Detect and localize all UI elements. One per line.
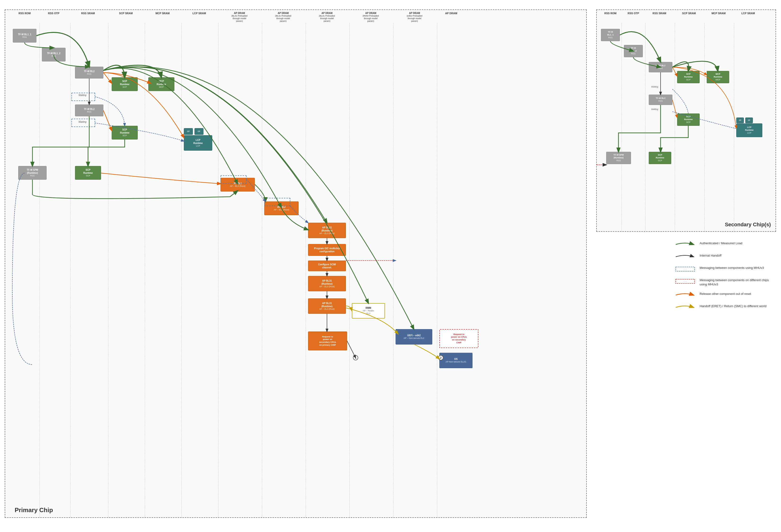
sec-box-lcp-runtime: LCPRuntime LCP xyxy=(736,123,762,137)
col-sep-10 xyxy=(393,23,394,517)
col-sep-11 xyxy=(437,23,437,517)
box-ap-bl31-2: AP BL31(Runtime) AP – EL3 (Root) xyxy=(308,276,346,291)
sec-box-cp-2: CP xyxy=(745,118,753,123)
box-tfm-bl1-1: TF-M BL1_1 RSS xyxy=(13,29,36,43)
col-header-rss-rom: RSS ROM xyxy=(13,12,36,15)
secondary-chip-label: Secondary Chip(s) xyxy=(725,222,771,228)
sec-col-scp-sram: SCP SRAM xyxy=(677,12,701,15)
sec-col-rss-otp: RSS OTP xyxy=(624,12,643,15)
primary-chip-label: Primary Chip xyxy=(15,506,53,514)
col-header-rss-sram: RSS SRAM xyxy=(73,12,104,15)
legend-text-yellow: Handoff (ERET) / Return (SMC) to differe… xyxy=(700,304,767,308)
col-sep-4 xyxy=(145,23,145,517)
box-tfm-bl2-1: TF-M BL2 RSS xyxy=(75,67,104,79)
box-os: OS AP-Non-secure EL2/1 xyxy=(439,353,472,368)
secondary-chip: Secondary Chip(s) RSS ROM RSS OTP RSS SR… xyxy=(596,9,776,232)
dots-box-4 xyxy=(264,198,290,206)
legend-item-yellow: Handoff (ERET) / Return (SMC) to differe… xyxy=(674,304,774,311)
box-ap-bl31-1: AP BL31(Runtime) AP – EL3 (Root) xyxy=(308,223,346,238)
box-program-gic: Program GIC multichipconfiguration xyxy=(308,244,346,256)
legend-symbol-orange xyxy=(674,292,696,299)
legend-item-red: · · · Messaging between components on di… xyxy=(674,278,774,286)
col-sep-6 xyxy=(218,23,218,517)
box-request-power-secondary: Request topower on CPUson secondaryCHIP xyxy=(439,329,479,348)
primary-arrows-svg xyxy=(5,10,586,517)
sec-col-sep-1 xyxy=(621,23,622,231)
col-header-scp-sram: SCP SRAM xyxy=(111,12,141,15)
box-mcp-runtime: MCPRuntime MCP xyxy=(148,77,174,91)
box-uefi-edk2: UEFI – edk2 AP – Non-secure EL2 xyxy=(396,329,432,345)
legend-item-green: Authenticated / Measured Load xyxy=(674,241,774,248)
box-request-power-primary: Request topower onsecondary CPUson prima… xyxy=(308,331,347,350)
box-configure-scmi: Configure SCMIchannel. xyxy=(308,261,346,271)
sec-col-lcp-sram: LCP SRAM xyxy=(736,12,760,15)
sec-col-sep-2 xyxy=(645,23,646,231)
col-header-ap-dram-1: AP DRAM(BL31 Preloadedthrough modelparam… xyxy=(220,12,258,22)
sec-box-scp-runtime-3: SCPRuntime SCP xyxy=(649,152,671,164)
col-sep-2 xyxy=(70,23,71,517)
sec-box-tfm-bl2-1: TF-M BL2 RSS xyxy=(649,62,672,72)
box-cp-1: CP xyxy=(184,128,193,135)
sec-col-rss-sram: RSS SRAM xyxy=(648,12,671,15)
col-header-ap-dram-3: AP DRAM(BL31 Preloadedthrough modelparam… xyxy=(308,12,346,22)
circle-1: 1 xyxy=(353,355,358,360)
sec-box-cp-1: CP xyxy=(736,118,744,123)
legend-symbol-red: · · · xyxy=(674,278,696,285)
legend-text-orange: Release other component out of reset xyxy=(700,292,751,296)
box-rmm: RMM AP – RealmEL2 xyxy=(352,303,385,318)
box-scp-runtime-3: SCPRuntime SCP xyxy=(75,166,101,180)
col-header-mcp-sram: MCP SRAM xyxy=(147,12,178,15)
sec-box-mcp-runtime: MCPRuntime MCP xyxy=(707,71,729,83)
sec-col-rss-rom: RSS ROM xyxy=(601,12,620,15)
box-cp-2: CP xyxy=(195,128,203,135)
legend-symbol-green xyxy=(674,241,696,248)
sec-waiting-label-1: Waiting xyxy=(651,86,658,88)
legend-item-black: Internal Handoff xyxy=(674,254,774,261)
svg-text:· · ·: · · · xyxy=(684,280,687,283)
sec-col-mcp-sram: MCP SRAM xyxy=(707,12,730,15)
col-header-ap-dram-last: AP DRAM xyxy=(439,12,463,15)
legend-text-black: Internal Handoff xyxy=(700,254,722,258)
legend: Authenticated / Measured Load Internal H… xyxy=(674,241,774,316)
legend-symbol-black xyxy=(674,254,696,261)
box-lcp-runtime: LCPRuntime LCP xyxy=(184,135,212,150)
box-tfm-bl1-2: TF-M BL1_2 RSS xyxy=(42,48,66,61)
sec-box-tfm-bl1-2: TF-MBL1_2 RSS xyxy=(624,45,643,57)
col-sep-5 xyxy=(181,23,182,517)
legend-text-red: Messaging between components on differen… xyxy=(700,278,774,286)
svg-text:· · ·: · · · xyxy=(684,268,687,270)
legend-item-blue: · · · Messaging between components using… xyxy=(674,266,774,273)
col-sep-9 xyxy=(350,23,350,517)
box-scp-runtime-2: SCPRuntime SCP xyxy=(112,126,138,139)
dots-box-1 xyxy=(72,93,95,101)
primary-chip: RSS ROM RSS OTP RSS SRAM SCP SRAM MCP SR… xyxy=(5,9,587,518)
col-header-rss-otp: RSS OTP xyxy=(42,12,66,15)
main-layout: RSS ROM RSS OTP RSS SRAM SCP SRAM MCP SR… xyxy=(5,9,776,527)
legend-symbol-blue: · · · xyxy=(674,266,696,273)
legend-text-green: Authenticated / Measured Load xyxy=(700,241,742,246)
legend-text-blue: Messaging between components using MHUv3 xyxy=(700,266,764,270)
dots-box-2 xyxy=(72,119,95,127)
col-header-ap-dram-2: AP DRAM(BL31 Preloadedthrough modelparam… xyxy=(264,12,302,22)
legend-item-orange: Release other component out of reset xyxy=(674,292,774,299)
col-header-ap-dram-rmm: AP DRAM(RMM Preloadedthrough modelparam) xyxy=(352,12,390,22)
sec-col-sep-5 xyxy=(734,23,734,231)
legend-symbol-yellow xyxy=(674,304,696,311)
col-header-lcp-sram: LCP SRAM xyxy=(184,12,215,15)
sec-box-scp-runtime-2: SCPRuntime SCP xyxy=(677,114,700,126)
sec-box-tfm-bl1-1: TF-MBL1_1 RSS xyxy=(601,29,620,41)
sec-box-tfm-spm: TF-M SPM(Runtime) RSS xyxy=(606,152,631,164)
box-tfm-bl2-2: TF-M BL2 RSS xyxy=(75,104,104,116)
sec-waiting-label-2: Waiting xyxy=(651,108,658,110)
box-tfm-spm: TF-M SPM(Runtime) RSS xyxy=(18,166,47,180)
sec-col-sep-3 xyxy=(675,23,675,231)
circle-2: 2 xyxy=(438,355,443,360)
col-header-ap-dram-edk2: AP DRAM(edk2 Preloadedthrough modelparam… xyxy=(396,12,434,22)
sec-col-sep-4 xyxy=(704,23,705,231)
sec-box-tfm-bl2-2: TF-M BL2 RSS xyxy=(649,95,672,105)
sec-box-scp-runtime-1: SCPRuntime SCP xyxy=(677,71,700,83)
box-scp-runtime-1: SCPRuntime SCP xyxy=(112,77,138,91)
dots-box-3 xyxy=(220,175,247,184)
box-ap-bl31-3: AP BL31(Runtime) AP – EL3 (Root) xyxy=(308,298,346,314)
col-sep-7 xyxy=(262,23,262,517)
